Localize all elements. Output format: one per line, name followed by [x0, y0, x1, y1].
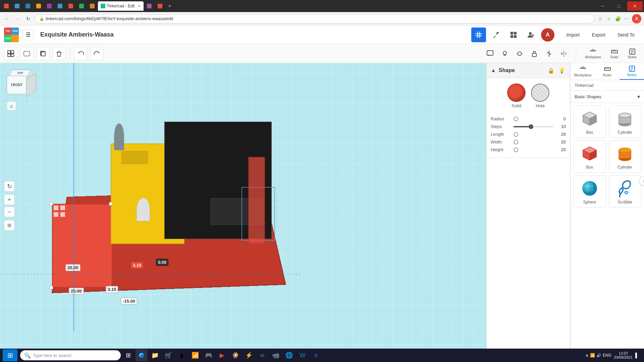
tab-2[interactable] — [12, 1, 22, 11]
tab-tinkercad[interactable]: Tinkercad - Edit ✕ — [98, 1, 144, 11]
shield-check-icon[interactable]: ✓ — [606, 15, 612, 22]
tab-8[interactable] — [76, 1, 87, 11]
task-view-button[interactable]: ⊞ — [122, 349, 134, 361]
taskbar-edge[interactable] — [136, 349, 148, 361]
light-shape-icon[interactable]: 💡 — [558, 66, 566, 74]
tray-network-icon[interactable]: 📶 — [590, 353, 595, 358]
back-button[interactable]: ← — [3, 15, 11, 23]
new-tab-button[interactable]: + — [166, 1, 174, 11]
export-button[interactable]: Export — [586, 29, 610, 41]
tab-12[interactable] — [155, 1, 165, 11]
solid-type[interactable]: Solid — [507, 83, 526, 108]
tab-4[interactable] — [34, 1, 44, 11]
taskbar-fritzing[interactable]: ⚡ — [243, 349, 255, 361]
notes-tab[interactable]: Notes — [625, 47, 640, 60]
width-circle[interactable] — [514, 140, 518, 144]
light-bulb-button[interactable] — [498, 47, 512, 60]
tab-11[interactable] — [144, 1, 154, 11]
profile-avatar[interactable]: A — [632, 14, 641, 23]
group-button[interactable] — [4, 47, 17, 60]
handle-3[interactable] — [50, 286, 53, 289]
radius-circle[interactable] — [514, 117, 518, 121]
close-button[interactable]: ✕ — [627, 1, 643, 11]
redo-button[interactable] — [90, 47, 104, 60]
taskbar-search[interactable]: 🔍 Type here to search — [20, 350, 121, 360]
tab-5[interactable] — [44, 1, 54, 11]
undo-button[interactable] — [74, 47, 88, 60]
hole-type[interactable]: Hole — [531, 83, 549, 108]
shape-item-box-red[interactable]: Box — [573, 140, 606, 173]
library-subcategory-selector[interactable]: Basic Shapes ▾ — [571, 94, 644, 103]
canvas-area[interactable]: TOP FRONT ⌂ ↻ + − ⊞ 20.00 3.15 0.00 20.0… — [0, 63, 486, 349]
steps-slider[interactable] — [514, 126, 553, 127]
zoom-out-button[interactable]: − — [4, 206, 15, 217]
taskbar-chrome[interactable] — [229, 349, 241, 361]
send-to-button[interactable]: Send To — [612, 29, 640, 41]
taskbar-edge-2[interactable]: 🌐 — [283, 349, 295, 361]
minimize-button[interactable]: ─ — [595, 1, 610, 11]
shape-item-sphere-blue[interactable]: Sphere — [573, 175, 606, 207]
ungroup-button[interactable] — [20, 47, 34, 60]
forward-button[interactable]: → — [13, 15, 21, 23]
steps-slider-thumb[interactable] — [529, 124, 533, 129]
refresh-button[interactable]: ↻ — [24, 15, 32, 23]
taskbar-word[interactable]: W — [297, 349, 309, 361]
taskbar-arduino[interactable]: ∞ — [256, 349, 268, 361]
settings-icon[interactable]: ⋯ — [623, 15, 630, 22]
workplane-button[interactable] — [471, 27, 486, 42]
handle-1[interactable] — [50, 202, 53, 205]
home-button[interactable]: ⌂ — [7, 101, 16, 111]
tinkercad-logo[interactable]: TIN KER CAD — [4, 27, 19, 42]
build-button[interactable] — [489, 27, 503, 42]
grid-align-button[interactable] — [542, 47, 556, 60]
ruler-right-button[interactable]: Ruler — [595, 63, 620, 80]
workplane-right-button[interactable]: Workplane — [571, 63, 595, 80]
library-button[interactable] — [506, 27, 521, 42]
taskbar-app-8[interactable]: ▶ — [216, 349, 228, 361]
handle-2[interactable] — [109, 202, 112, 205]
tab-close-icon[interactable]: ✕ — [138, 4, 141, 8]
tray-up-arrow[interactable]: ∧ — [585, 353, 589, 358]
user-avatar[interactable]: A — [541, 28, 554, 42]
taskbar-ie[interactable]: e — [310, 349, 322, 361]
ruler-tab[interactable]: Ruler — [607, 47, 622, 60]
zoom-in-button[interactable]: + — [4, 194, 15, 205]
view-cube[interactable]: TOP FRONT ⌂ — [7, 70, 37, 100]
notes-right-button[interactable]: Notes — [620, 63, 644, 80]
import-button[interactable]: Import — [561, 29, 585, 41]
tab-youtube[interactable] — [66, 1, 76, 11]
tray-volume-icon[interactable]: 🔊 — [596, 353, 601, 358]
bookmark-icon[interactable]: ☆ — [597, 15, 604, 22]
menu-toggle-button[interactable]: ☰ — [23, 29, 34, 40]
lock-shape-icon[interactable]: 🔒 — [547, 66, 555, 74]
lock-button[interactable] — [528, 47, 541, 60]
taskbar-wifi-icon[interactable]: 📶 — [189, 349, 201, 361]
taskbar-files[interactable]: 📁 — [149, 349, 161, 361]
comment-button[interactable] — [483, 47, 497, 60]
start-button[interactable]: ⊞ — [3, 349, 17, 361]
shape-item-scribble[interactable]: Scribble — [609, 175, 642, 207]
tab-3[interactable] — [23, 1, 33, 11]
shape-item-box-gray[interactable]: Box — [573, 106, 606, 138]
maximize-button[interactable]: □ — [611, 1, 627, 11]
taskbar-app-7[interactable]: 🎮 — [203, 349, 215, 361]
taskbar-zoom[interactable]: 📹 — [270, 349, 282, 361]
length-circle[interactable] — [514, 132, 518, 137]
add-user-button[interactable] — [524, 27, 538, 42]
copy-button[interactable] — [36, 47, 50, 60]
workplane-tab[interactable]: Workplane — [582, 47, 604, 60]
tab-adaware[interactable] — [55, 1, 65, 11]
url-input[interactable]: 🔒 tinkercad.com/things/6kEpW7fENxY-exqui… — [35, 14, 594, 23]
extension-icon[interactable]: 🧩 — [614, 15, 621, 22]
clock[interactable]: 12:07 03/06/2021 — [614, 351, 633, 359]
shape-item-cylinder-gray[interactable]: Cylinder — [609, 106, 642, 138]
tab-9[interactable] — [87, 1, 97, 11]
delete-button[interactable] — [52, 47, 66, 60]
tab-1[interactable] — [1, 1, 11, 11]
height-circle[interactable] — [514, 147, 518, 152]
mirror-button[interactable] — [557, 47, 571, 60]
taskbar-store[interactable]: 🛒 — [162, 349, 174, 361]
fit-view-button[interactable]: ⊞ — [4, 220, 15, 231]
hide-button[interactable] — [513, 47, 526, 60]
collapse-icon[interactable]: ▲ — [491, 67, 496, 73]
